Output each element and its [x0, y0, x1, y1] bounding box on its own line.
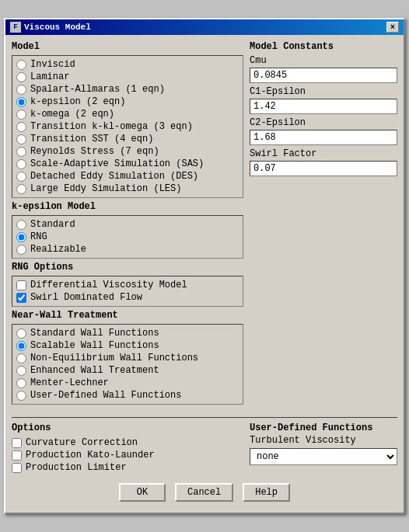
kepsilon-model-section: Standard RNG Realizable — [12, 215, 243, 259]
label-rng[interactable]: RNG — [30, 231, 47, 242]
label-user-defined-wall[interactable]: User-Defined Wall Functions — [30, 390, 181, 401]
near-wall-title: Near-Wall Treatment — [12, 310, 243, 321]
radio-rng[interactable]: RNG — [16, 231, 239, 243]
const-input-swirl-factor[interactable] — [250, 161, 397, 176]
label-diff-viscosity[interactable]: Differential Viscosity Model — [30, 280, 187, 290]
const-input-c1epsilon[interactable] — [250, 99, 397, 114]
radio-reynolds[interactable]: Reynolds Stress (7 eqn) — [16, 145, 239, 158]
checkbox-diff-viscosity[interactable]: Differential Viscosity Model — [16, 279, 239, 291]
udf-title: User-Defined Functions — [250, 422, 397, 433]
radio-inviscid[interactable]: Inviscid — [16, 58, 239, 71]
options-section: Options Curvature Correction Production … — [12, 422, 397, 474]
label-spalart[interactable]: Spalart-Allmaras (1 eqn) — [30, 84, 165, 95]
label-sas[interactable]: Scale-Adaptive Simulation (SAS) — [30, 158, 204, 169]
udf-sublabel: Turbulent Viscosity — [250, 435, 397, 446]
label-enhanced-wall[interactable]: Enhanced Wall Treatment — [30, 365, 159, 376]
cancel-button[interactable]: Cancel — [175, 483, 233, 502]
divider — [12, 417, 397, 418]
udf-select[interactable]: none — [250, 448, 397, 465]
label-reynolds[interactable]: Reynolds Stress (7 eqn) — [30, 146, 159, 157]
label-prod-limiter[interactable]: Production Limiter — [26, 462, 127, 473]
options-left: Options Curvature Correction Production … — [12, 422, 243, 474]
radio-menter[interactable]: Menter-Lechner — [16, 377, 239, 389]
radio-sas[interactable]: Scale-Adaptive Simulation (SAS) — [16, 158, 239, 170]
label-transition-kklomega[interactable]: Transition k-kl-omega (3 eqn) — [30, 121, 193, 132]
rng-options-title: RNG Options — [12, 262, 243, 273]
label-non-equil[interactable]: Non-Equilibrium Wall Functions — [30, 353, 198, 363]
label-swirl-dominated[interactable]: Swirl Dominated Flow — [30, 292, 142, 303]
checkbox-prod-limiter[interactable]: Production Limiter — [12, 461, 243, 474]
model-constants-title: Model Constants — [250, 41, 397, 52]
bottom-panel: Options Curvature Correction Production … — [5, 417, 404, 513]
radio-non-equil[interactable]: Non-Equilibrium Wall Functions — [16, 352, 239, 364]
rng-options-section: Differential Viscosity Model Swirl Domin… — [12, 276, 243, 307]
left-panel: Model Inviscid Laminar Spalart-Allmaras … — [12, 41, 243, 408]
label-inviscid[interactable]: Inviscid — [30, 59, 75, 70]
checkbox-kato-launder[interactable]: Production Kato-Launder — [12, 449, 243, 461]
const-label-swirl-factor: Swirl Factor — [250, 148, 397, 159]
label-standard-wall[interactable]: Standard Wall Functions — [30, 328, 159, 339]
const-label-cmu: Cmu — [250, 55, 397, 66]
radio-komega[interactable]: k-omega (2 eqn) — [16, 108, 239, 120]
udf-section: User-Defined Functions Turbulent Viscosi… — [250, 422, 397, 474]
right-panel: Model Constants Cmu C1-Epsilon C2-Epsilo… — [250, 41, 397, 408]
radio-standard-wall[interactable]: Standard Wall Functions — [16, 327, 239, 339]
label-kato-launder[interactable]: Production Kato-Launder — [26, 450, 155, 461]
const-label-c1epsilon: C1-Epsilon — [250, 86, 397, 97]
model-section: Inviscid Laminar Spalart-Allmaras (1 eqn… — [12, 55, 243, 198]
label-menter[interactable]: Menter-Lechner — [30, 377, 109, 388]
label-des[interactable]: Detached Eddy Simulation (DES) — [30, 171, 198, 182]
label-transition-sst[interactable]: Transition SST (4 eqn) — [30, 134, 153, 144]
window-title: Viscous Model — [24, 23, 91, 32]
radio-spalart[interactable]: Spalart-Allmaras (1 eqn) — [16, 83, 239, 96]
window-icon: F — [10, 22, 21, 33]
label-curvature[interactable]: Curvature Correction — [26, 437, 138, 448]
radio-scalable-wall[interactable]: Scalable Wall Functions — [16, 339, 239, 352]
radio-kepsilon[interactable]: k-epsilon (2 eqn) — [16, 96, 239, 108]
viscous-model-window: F Viscous Model × Model Inviscid Laminar — [4, 18, 405, 514]
label-laminar[interactable]: Laminar — [30, 71, 69, 82]
const-input-cmu[interactable] — [250, 68, 397, 83]
radio-enhanced-wall[interactable]: Enhanced Wall Treatment — [16, 364, 239, 377]
checkbox-swirl-dominated[interactable]: Swirl Dominated Flow — [16, 291, 239, 304]
radio-transition-sst[interactable]: Transition SST (4 eqn) — [16, 133, 239, 145]
near-wall-section: Standard Wall Functions Scalable Wall Fu… — [12, 324, 243, 405]
kepsilon-model-title: k-epsilon Model — [12, 201, 243, 212]
radio-laminar[interactable]: Laminar — [16, 71, 239, 83]
label-standard[interactable]: Standard — [30, 219, 75, 230]
title-bar: F Viscous Model × — [5, 19, 404, 35]
radio-realizable[interactable]: Realizable — [16, 243, 239, 256]
label-les[interactable]: Large Eddy Simulation (LES) — [30, 183, 181, 194]
checkbox-curvature[interactable]: Curvature Correction — [12, 436, 243, 449]
const-label-c2epsilon: C2-Epsilon — [250, 117, 397, 128]
options-title: Options — [12, 422, 243, 433]
label-realizable[interactable]: Realizable — [30, 244, 86, 255]
title-bar-left: F Viscous Model — [10, 22, 91, 33]
ok-button[interactable]: OK — [119, 483, 166, 502]
label-komega[interactable]: k-omega (2 eqn) — [30, 109, 114, 120]
radio-transition-kklomega[interactable]: Transition k-kl-omega (3 eqn) — [16, 120, 239, 133]
label-kepsilon[interactable]: k-epsilon (2 eqn) — [30, 96, 125, 107]
radio-standard[interactable]: Standard — [16, 218, 239, 231]
model-section-title: Model — [12, 41, 243, 52]
label-scalable-wall[interactable]: Scalable Wall Functions — [30, 340, 159, 351]
const-input-c2epsilon[interactable] — [250, 130, 397, 145]
button-row: OK Cancel Help — [12, 478, 397, 508]
radio-les[interactable]: Large Eddy Simulation (LES) — [16, 183, 239, 195]
radio-des[interactable]: Detached Eddy Simulation (DES) — [16, 170, 239, 183]
help-button[interactable]: Help — [243, 483, 290, 502]
main-content: Model Inviscid Laminar Spalart-Allmaras … — [5, 35, 404, 414]
close-button[interactable]: × — [386, 22, 399, 33]
radio-user-defined-wall[interactable]: User-Defined Wall Functions — [16, 389, 239, 402]
